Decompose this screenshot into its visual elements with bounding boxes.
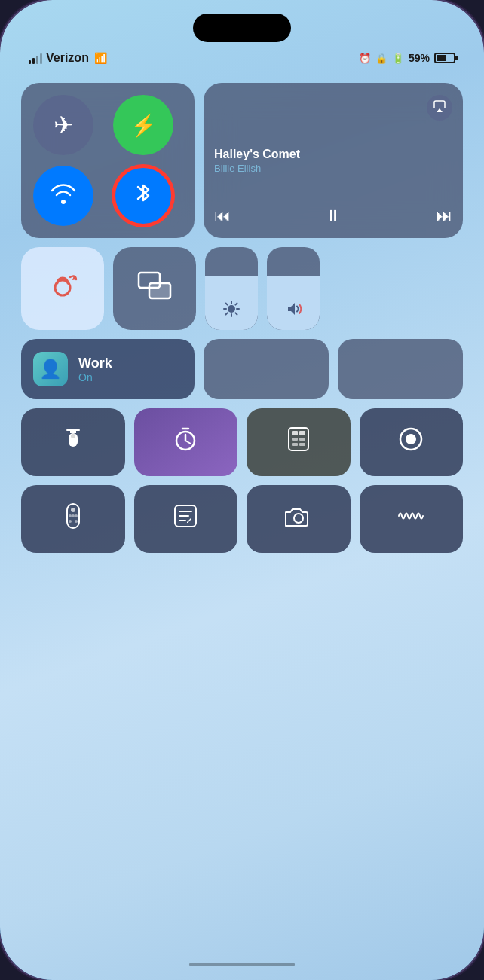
tv-remote-icon [65,502,81,536]
svg-point-32 [294,514,303,523]
calculator-icon [287,426,310,458]
home-indicator [189,963,295,966]
rotation-lock-icon [44,267,81,311]
airplay-icon [433,99,446,116]
svg-point-26 [69,514,72,517]
focus-mode-status: On [78,371,112,383]
svg-point-23 [406,434,416,444]
focus-row: 👤 Work On [21,339,463,399]
svg-rect-2 [149,283,170,298]
volume-slider[interactable] [267,247,320,330]
calculator-button[interactable] [247,408,351,476]
media-player-panel: Halley's Comet Billie Eilish ⏮ ⏸ ⏭ [204,83,463,238]
svg-point-27 [75,514,78,517]
timer-button[interactable] [134,408,238,476]
flashlight-icon [63,426,84,459]
svg-point-28 [69,520,72,523]
brightness-slider[interactable] [205,247,258,330]
svg-rect-16 [292,431,298,435]
charging-icon: 🔋 [392,53,404,64]
screen-mirror-button[interactable] [113,247,196,330]
brightness-icon [223,301,240,321]
focus-mode-button[interactable]: 👤 Work On [21,339,195,399]
flashlight-button[interactable] [21,408,125,476]
alarm-icon: ⏰ [359,53,371,64]
svg-rect-17 [299,431,305,435]
battery-percent: 59% [409,52,430,64]
notes-button[interactable] [134,485,238,553]
extra-tile-2 [338,339,463,399]
svg-rect-20 [292,443,298,446]
media-top [214,95,452,121]
bottom-icons-row-2 [21,485,463,553]
screen-record-button[interactable] [360,408,464,476]
media-info: Halley's Comet Billie Eilish [214,148,452,174]
camera-button[interactable] [247,485,351,553]
screen-record-icon [398,426,424,458]
focus-mode-label: Work [78,356,112,371]
svg-line-11 [226,313,228,314]
status-bar: Verizon 📶 ⏰ 🔒 🔋 59% [0,51,484,65]
signal-bars [29,52,42,64]
svg-rect-21 [299,443,305,446]
svg-rect-15 [289,428,308,450]
svg-rect-18 [292,438,298,441]
airplay-button[interactable] [427,95,452,121]
sliders-panel [205,247,463,330]
rotation-lock-button[interactable] [21,247,104,330]
battery-indicator [434,53,455,63]
volume-icon [285,301,302,321]
carrier-name: Verizon [46,51,89,65]
play-pause-button[interactable]: ⏸ [325,206,342,226]
svg-point-30 [72,514,75,517]
top-section: ✈ ⚡ [21,83,463,238]
prev-button[interactable]: ⏮ [214,206,231,226]
svg-line-9 [235,313,237,314]
status-left: Verizon 📶 [29,51,107,65]
svg-line-8 [226,304,228,305]
airplane-mode-button[interactable]: ✈ [33,95,93,155]
bluetooth-icon [135,181,152,211]
screen-mirror-icon [137,271,172,307]
focus-icon: 👤 [39,359,62,380]
middle-section [21,247,463,330]
control-center: ✈ ⚡ [21,83,463,920]
svg-point-29 [75,520,78,523]
focus-text: Work On [78,356,112,383]
tv-remote-button[interactable] [21,485,125,553]
wifi-button[interactable] [33,166,93,226]
media-artist: Billie Eilish [214,163,452,174]
dynamic-island [193,14,291,42]
battery-fill [437,55,446,61]
phone-frame: Verizon 📶 ⏰ 🔒 🔋 59% [0,0,484,980]
battery-icon-shape [434,53,455,63]
next-button[interactable]: ⏭ [436,206,452,226]
cellular-icon: ⚡ [130,113,157,138]
svg-point-3 [228,305,235,313]
svg-point-25 [71,508,75,512]
svg-point-13 [71,434,75,438]
bluetooth-button[interactable] [113,166,173,226]
connectivity-panel: ✈ ⚡ [21,83,195,238]
lock-status-icon: 🔒 [375,53,388,64]
wifi-icon [50,183,77,209]
timer-icon [173,426,198,458]
voice-memo-button[interactable] [360,485,464,553]
wifi-status-icon: 📶 [94,52,107,64]
media-controls: ⏮ ⏸ ⏭ [214,206,452,226]
notes-icon [173,504,198,534]
cellular-button[interactable]: ⚡ [113,95,173,155]
airplane-icon: ✈ [54,111,74,139]
extra-tile-1 [204,339,329,399]
status-right: ⏰ 🔒 🔋 59% [359,52,455,64]
media-title: Halley's Comet [214,148,452,161]
phone-screen: Verizon 📶 ⏰ 🔒 🔋 59% [0,0,484,980]
camera-icon [285,505,312,533]
svg-line-10 [235,304,237,305]
voice-memo-icon [397,505,424,533]
focus-avatar: 👤 [33,352,68,386]
bottom-icons-row-1 [21,408,463,476]
svg-rect-19 [299,438,305,441]
